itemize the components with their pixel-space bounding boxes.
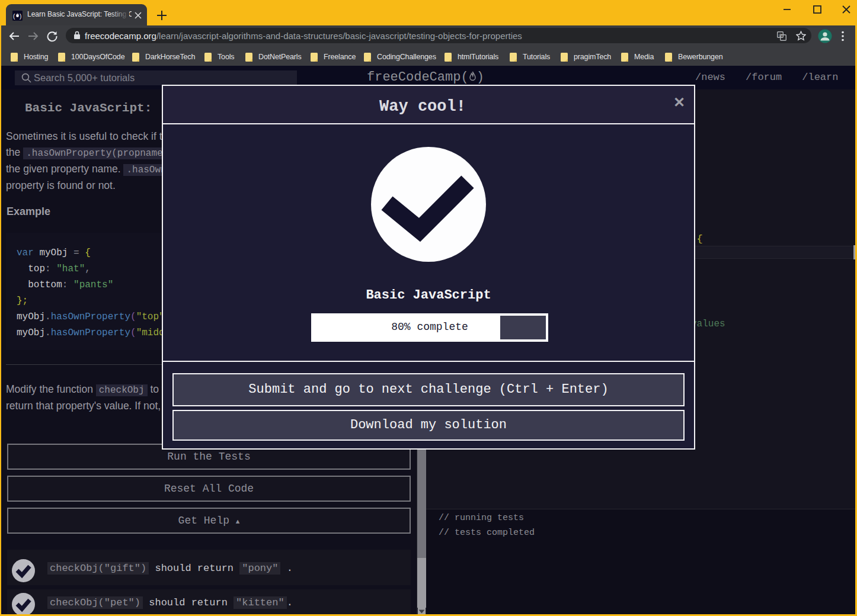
svg-text:G: G [779,33,782,37]
svg-text:): ) [20,13,21,20]
